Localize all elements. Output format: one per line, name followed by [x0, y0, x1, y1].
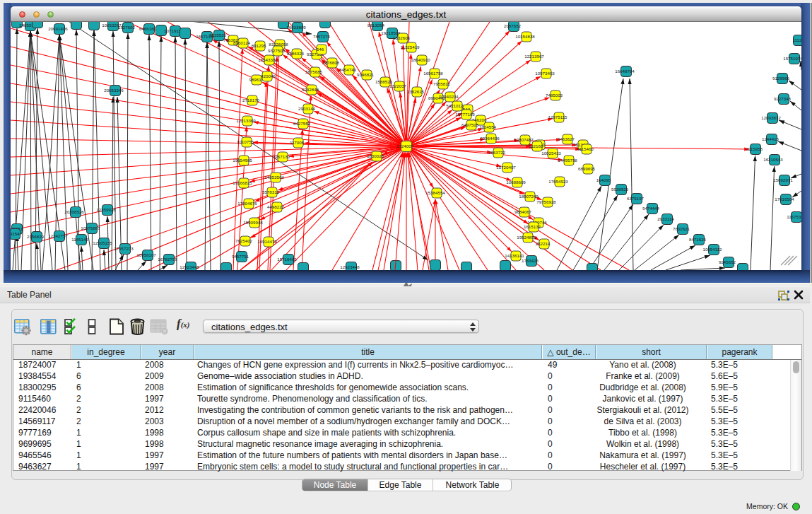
svg-text:6899695: 6899695	[578, 166, 596, 171]
svg-text:1362615: 1362615	[407, 89, 425, 94]
svg-text:17016504: 17016504	[775, 197, 794, 201]
svg-text:1724007: 1724007	[396, 144, 414, 148]
svg-text:10958107: 10958107	[136, 252, 156, 257]
svg-text:16033809: 16033809	[286, 25, 306, 30]
svg-text:79756928: 79756928	[536, 199, 556, 204]
svg-text:8471626: 8471626	[689, 237, 707, 242]
svg-text:6379197: 6379197	[627, 196, 645, 201]
svg-text:12213967: 12213967	[524, 54, 544, 59]
svg-text:5875685: 5875685	[305, 69, 323, 74]
svg-text:1733426: 1733426	[522, 258, 539, 263]
svg-text:17957273: 17957273	[114, 246, 134, 251]
svg-text:9227343: 9227343	[774, 96, 792, 101]
svg-text:1527602: 1527602	[118, 25, 136, 30]
svg-text:3267130: 3267130	[273, 154, 290, 159]
svg-text:10025433: 10025433	[541, 151, 561, 156]
svg-text:17654923: 17654923	[548, 179, 568, 184]
svg-text:15716485: 15716485	[277, 257, 297, 262]
svg-text:39154: 39154	[11, 231, 20, 236]
svg-text:15692971: 15692971	[773, 177, 793, 182]
svg-text:16648784: 16648784	[615, 69, 635, 74]
svg-text:6497503: 6497503	[461, 122, 479, 127]
svg-text:546: 546	[317, 47, 324, 52]
svg-text:12923448: 12923448	[340, 264, 360, 269]
svg-text:10688609: 10688609	[506, 180, 526, 185]
svg-text:12505155: 12505155	[93, 240, 112, 245]
svg-text:10975887: 10975887	[81, 226, 100, 230]
svg-text:8960124: 8960124	[233, 40, 251, 45]
svg-text:4498222: 4498222	[267, 204, 285, 209]
svg-text:8427552: 8427552	[293, 121, 311, 126]
svg-text:98961: 98961	[249, 77, 261, 82]
svg-text:18907249: 18907249	[519, 194, 539, 199]
svg-text:16543382: 16543382	[258, 57, 278, 62]
svg-text:252214: 252214	[536, 241, 551, 246]
svg-text:20691406: 20691406	[48, 26, 68, 31]
svg-text:1332606: 1332606	[393, 35, 411, 40]
svg-text:2933114: 2933114	[657, 216, 674, 221]
svg-text:8813054: 8813054	[367, 23, 385, 28]
svg-text:5938923: 5938923	[611, 187, 629, 192]
svg-text:2718170: 2718170	[242, 98, 260, 103]
svg-text:1322037: 1322037	[389, 83, 407, 88]
svg-text:16210643: 16210643	[763, 157, 783, 162]
svg-text:10654112: 10654112	[702, 247, 722, 252]
svg-text:16961758: 16961758	[423, 71, 443, 76]
svg-text:9457791: 9457791	[232, 254, 249, 259]
svg-text:18640910: 18640910	[411, 57, 430, 62]
svg-text:2876608: 2876608	[322, 60, 340, 65]
svg-text:2156829: 2156829	[27, 234, 45, 239]
svg-text:16782759: 16782759	[158, 257, 177, 262]
svg-text:1615132: 1615132	[524, 224, 541, 229]
svg-text:10154838: 10154838	[515, 34, 535, 39]
svg-text:7625402: 7625402	[235, 238, 253, 243]
svg-text:20364436: 20364436	[480, 136, 500, 141]
svg-text:9146821: 9146821	[357, 72, 375, 77]
svg-text:1112: 1112	[793, 37, 801, 42]
svg-text:12975115: 12975115	[548, 115, 567, 119]
svg-text:14495798: 14495798	[558, 158, 577, 163]
svg-text:1010755: 1010755	[237, 139, 254, 144]
svg-text:891295: 891295	[252, 43, 266, 48]
svg-text:20206526: 20206526	[64, 209, 84, 214]
svg-text:9684067: 9684067	[514, 209, 532, 214]
svg-text:14353504: 14353504	[264, 175, 284, 180]
svg-text:15909948: 15909948	[243, 220, 263, 225]
svg-text:7632621: 7632621	[673, 226, 690, 231]
svg-text:15384554: 15384554	[425, 190, 445, 195]
svg-text:15751074: 15751074	[783, 56, 801, 61]
svg-text:164095: 164095	[596, 177, 611, 182]
svg-text:7857274: 7857274	[313, 34, 331, 39]
svg-text:16914479: 16914479	[257, 239, 277, 244]
svg-text:8454749: 8454749	[339, 67, 357, 72]
svg-text:1145149: 1145149	[71, 237, 88, 242]
svg-text:19654985: 19654985	[233, 158, 252, 163]
svg-text:3215958: 3215958	[746, 146, 763, 151]
svg-text:12359928: 12359928	[96, 207, 116, 212]
svg-text:8186323: 8186323	[287, 51, 305, 56]
svg-text:2903144: 2903144	[298, 106, 316, 111]
svg-text:10807487: 10807487	[514, 137, 534, 142]
svg-text:9129966: 9129966	[772, 76, 790, 81]
svg-text:12342757: 12342757	[48, 233, 68, 238]
svg-text:97940234: 97940234	[439, 94, 459, 99]
svg-text:9474444: 9474444	[642, 206, 660, 211]
svg-text:162160: 162160	[529, 144, 543, 148]
svg-text:9115460: 9115460	[577, 146, 594, 151]
svg-text:10973403: 10973403	[535, 71, 555, 76]
svg-text:7515526: 7515526	[209, 33, 227, 37]
svg-text:7485003: 7485003	[546, 93, 563, 98]
svg-text:19166825: 19166825	[233, 180, 252, 185]
svg-text:6466160: 6466160	[139, 26, 157, 31]
svg-text:117006: 117006	[290, 140, 305, 145]
svg-text:20053346: 20053346	[104, 88, 124, 93]
svg-text:9245652: 9245652	[719, 259, 736, 264]
svg-text:7955812: 7955812	[433, 81, 451, 86]
svg-text:5578312: 5578312	[262, 189, 280, 194]
svg-text:12093872: 12093872	[761, 115, 781, 120]
svg-text:9463627: 9463627	[558, 136, 575, 141]
svg-text:17004676: 17004676	[237, 201, 257, 206]
svg-text:14136141: 14136141	[505, 253, 524, 258]
svg-text:19777169: 19777169	[455, 112, 475, 117]
svg-text:11325419: 11325419	[400, 45, 420, 49]
